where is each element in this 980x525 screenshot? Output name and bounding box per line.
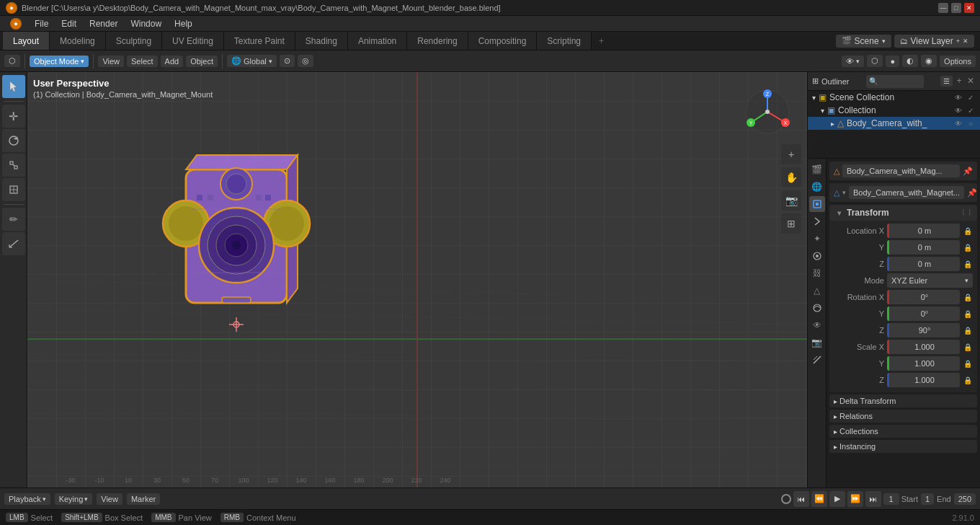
keying-menu[interactable]: Keying ▾: [55, 493, 93, 505]
add-menu-button[interactable]: Add: [161, 56, 184, 67]
viewport-overlay-button[interactable]: 👁 ▾: [842, 56, 864, 67]
data-pin-icon[interactable]: 📌: [967, 188, 977, 198]
menu-file[interactable]: File: [29, 17, 54, 30]
start-frame[interactable]: 1: [921, 493, 934, 505]
outliner-add-button[interactable]: +: [954, 76, 964, 86]
location-y-field[interactable]: 0 m: [887, 240, 960, 255]
outliner-close-button[interactable]: ✕: [966, 76, 976, 86]
object-mode-selector[interactable]: Object Mode ▾: [30, 56, 89, 67]
options-button[interactable]: Options: [940, 56, 976, 67]
scale-x-field[interactable]: 1.000: [887, 340, 960, 354]
viewport-3d[interactable]: User Perspective (1) Collection | Body_C…: [27, 72, 807, 488]
rotation-y-field[interactable]: 0°: [887, 306, 960, 321]
prop-particles-icon[interactable]: ✦: [809, 231, 825, 247]
object-menu-button[interactable]: Object: [186, 56, 218, 67]
viewport-shading-material[interactable]: ◐: [902, 55, 918, 67]
rotation-x-field[interactable]: 0°: [887, 290, 960, 304]
transform-section-header[interactable]: ▾ Transform ⋮⋮: [829, 205, 977, 221]
marker-menu[interactable]: Marker: [127, 493, 160, 505]
select-menu-button[interactable]: Select: [127, 56, 158, 67]
jump-start-button[interactable]: ⏮: [793, 491, 809, 507]
tab-rendering[interactable]: Rendering: [407, 32, 468, 50]
scale-tool-button[interactable]: [2, 154, 25, 177]
rotation-z-field[interactable]: 90°: [887, 323, 960, 338]
prop-visibility-icon[interactable]: 👁: [809, 317, 825, 333]
tab-texture-paint[interactable]: Texture Paint: [224, 32, 295, 50]
next-frame-button[interactable]: ⏩: [847, 491, 863, 507]
menu-help[interactable]: Help: [169, 17, 198, 30]
collection-visibility[interactable]: 👁: [953, 105, 963, 115]
tab-animation[interactable]: Animation: [348, 32, 407, 50]
measure-tool-button[interactable]: [2, 232, 25, 255]
object-pin-icon[interactable]: 📌: [963, 167, 973, 176]
prop-render-icon[interactable]: 📷: [809, 335, 825, 350]
current-frame[interactable]: 1: [883, 493, 899, 505]
outliner-search[interactable]: 🔍: [866, 75, 924, 88]
instancing-section[interactable]: ▸ Instancing: [829, 440, 977, 453]
end-frame[interactable]: 250: [954, 493, 976, 505]
scale-z-field[interactable]: 1.000: [887, 373, 960, 387]
prev-frame-button[interactable]: ⏪: [811, 491, 827, 507]
viewport-shading-solid[interactable]: ●: [886, 56, 899, 67]
rotation-z-lock[interactable]: 🔒: [963, 325, 973, 335]
tab-scripting[interactable]: Scripting: [537, 32, 592, 50]
delta-transform-section[interactable]: ▸ Delta Transform: [829, 394, 977, 407]
collection-exclude[interactable]: ✓: [966, 105, 976, 115]
scene-collection-visibility[interactable]: 👁: [953, 92, 963, 102]
tab-modeling[interactable]: Modeling: [50, 32, 106, 50]
grid-button[interactable]: ⊞: [781, 213, 801, 234]
prop-physics-icon[interactable]: [809, 248, 825, 264]
outliner-object[interactable]: ▸ △ Body_Camera_with_ 👁 ○: [808, 117, 980, 130]
jump-end-button[interactable]: ⏭: [865, 491, 881, 507]
annotate-tool-button[interactable]: ✏: [2, 208, 25, 231]
location-z-lock[interactable]: 🔒: [963, 259, 973, 269]
move-tool-button[interactable]: ✛: [2, 105, 25, 128]
scale-x-lock[interactable]: 🔒: [963, 342, 973, 352]
scale-y-lock[interactable]: 🔒: [963, 358, 973, 369]
collections-section[interactable]: ▸ Collections: [829, 425, 977, 438]
tab-shading[interactable]: Shading: [295, 32, 348, 50]
outliner-collection[interactable]: ▾ ▣ Collection 👁 ✓: [808, 104, 980, 117]
rotation-x-lock[interactable]: 🔒: [963, 292, 973, 302]
menu-edit[interactable]: Edit: [55, 17, 82, 30]
location-x-field[interactable]: 0 m: [887, 224, 960, 238]
rotation-y-lock[interactable]: 🔒: [963, 309, 973, 319]
object-name-field[interactable]: Body_Camera_with_Mag...: [842, 164, 960, 177]
transform-options-icon[interactable]: ⋮⋮: [960, 209, 973, 216]
prop-material-icon[interactable]: [809, 300, 825, 316]
view-menu-button[interactable]: View: [98, 56, 124, 67]
camera-view-button[interactable]: 📷: [781, 190, 801, 211]
location-y-lock[interactable]: 🔒: [963, 242, 973, 252]
outliner-scene-collection[interactable]: ▾ ▣ Scene Collection 👁 ✓: [808, 91, 980, 104]
viewport-shading-render[interactable]: ◉: [921, 55, 937, 67]
tab-uv-editing[interactable]: UV Editing: [162, 32, 224, 50]
location-x-lock[interactable]: 🔒: [963, 226, 973, 236]
add-workspace-button[interactable]: +: [592, 32, 611, 50]
prop-object-icon[interactable]: [809, 196, 825, 212]
prop-modifier-icon[interactable]: [809, 213, 825, 229]
proportional-edit-button[interactable]: ◎: [298, 55, 313, 67]
minimize-button[interactable]: —: [938, 3, 948, 13]
prop-data-icon[interactable]: △: [809, 283, 825, 299]
outliner-filter-button[interactable]: ☰: [940, 76, 953, 87]
menu-render[interactable]: Render: [84, 17, 123, 30]
pan-button[interactable]: ✋: [781, 167, 801, 188]
prop-lineart-icon[interactable]: [809, 352, 825, 368]
data-name-field[interactable]: Body_Camera_with_Magnet...: [849, 186, 964, 199]
maximize-button[interactable]: □: [951, 3, 961, 13]
tab-sculpting[interactable]: Sculpting: [106, 32, 162, 50]
scene-selector[interactable]: 🎬 Scene ▾: [836, 35, 891, 48]
playback-menu[interactable]: Playback ▾: [4, 493, 50, 505]
menu-window[interactable]: Window: [125, 17, 167, 30]
scale-y-field[interactable]: 1.000: [887, 356, 960, 371]
snap-button[interactable]: ⊙: [280, 55, 295, 67]
scale-z-lock[interactable]: 🔒: [963, 375, 973, 385]
rotate-tool-button[interactable]: [2, 129, 25, 152]
transform-tool-button[interactable]: [2, 178, 25, 201]
viewlayer-selector[interactable]: 🗂 View Layer + ✕: [894, 35, 974, 48]
object-select[interactable]: ○: [966, 118, 976, 128]
editor-type-button[interactable]: ⬡: [4, 55, 20, 67]
prop-world-icon[interactable]: 🌐: [809, 179, 825, 195]
play-button[interactable]: ▶: [829, 491, 845, 507]
scene-collection-exclude[interactable]: ✓: [966, 92, 976, 102]
